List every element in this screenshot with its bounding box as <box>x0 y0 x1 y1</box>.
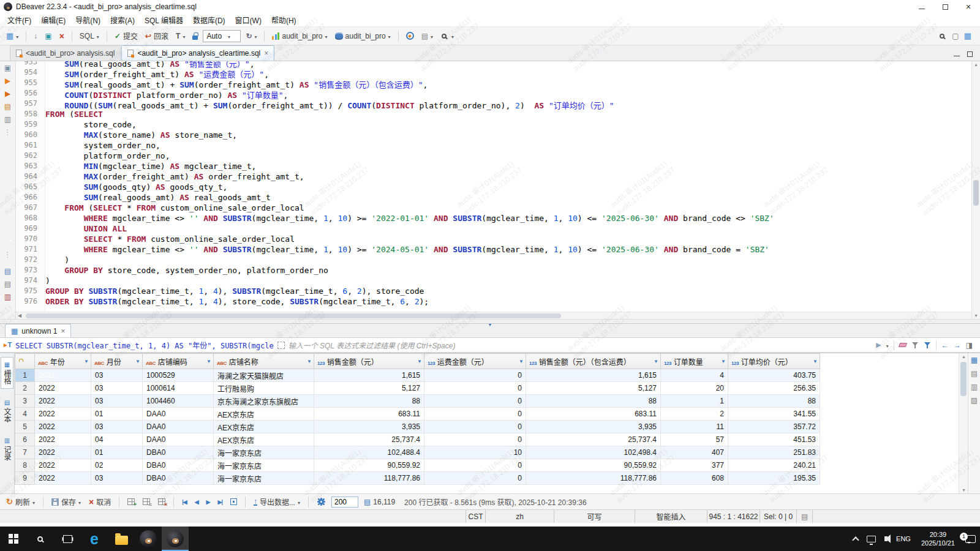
filter-dropdown-icon[interactable] <box>84 359 89 364</box>
result-view-tab-记录[interactable]: ▥记录 <box>1 433 13 465</box>
scroll-up-icon[interactable]: ▲ <box>974 62 978 67</box>
close-tab-icon[interactable] <box>61 327 65 335</box>
menu-item[interactable]: 搜索(A) <box>105 13 140 27</box>
grid-cell[interactable]: 451.53 <box>728 433 820 446</box>
grid-cell[interactable]: 90,559.92 <box>314 459 424 472</box>
table-row[interactable]: 9202203DBA0海一家京东店118,777.860118,777.8660… <box>15 472 820 485</box>
grid-cell[interactable]: DBA0 <box>143 472 214 485</box>
filter-dropdown-icon[interactable] <box>654 359 658 364</box>
grid-cell[interactable]: 341.55 <box>728 408 820 421</box>
scroll-down-icon[interactable]: ▼ <box>962 488 966 492</box>
status-segment[interactable]: CST <box>466 510 485 523</box>
row-number[interactable]: 5 <box>15 421 35 433</box>
result-view-tab-文本[interactable]: ▤文本 <box>1 395 13 427</box>
metadata-panel-icon[interactable]: ▨ <box>971 396 978 405</box>
tray-expand-button[interactable] <box>849 527 862 551</box>
grid-cell[interactable]: DBA0 <box>143 446 214 459</box>
statusbar-icon-segment[interactable] <box>796 510 812 523</box>
table-row[interactable]: 6202204DAA0AEX京东店25,737.4025,737.457451.… <box>15 433 820 446</box>
row-number[interactable]: 4 <box>15 408 35 421</box>
grid-cell[interactable]: 京东海澜之家京东旗舰店 <box>214 395 314 408</box>
status-segment[interactable]: Sel: 0 | 0 <box>760 510 796 523</box>
clear-filter-icon[interactable] <box>899 343 907 347</box>
save-log-icon[interactable]: ▤ <box>4 280 11 288</box>
status-segment[interactable]: 945 : 1 : 41622 <box>707 510 760 523</box>
grid-cell[interactable]: DAA0 <box>143 421 214 433</box>
clock[interactable]: 20:392025/10/21 <box>915 530 961 547</box>
filter-query-text[interactable]: SELECT SUBSTR(mgclear_time_t, 1, 4) AS "… <box>15 340 273 350</box>
new-object-button[interactable] <box>4 29 21 43</box>
next-row-button[interactable]: ▶ <box>204 495 213 509</box>
save-filter-icon[interactable] <box>924 342 931 349</box>
menu-item[interactable]: 导航(N) <box>70 13 105 27</box>
grid-settings-button[interactable] <box>314 495 328 509</box>
grid-cell[interactable]: 03 <box>91 395 143 408</box>
schema-selector[interactable]: audit_bi_pro <box>333 29 393 43</box>
grid-cell[interactable]: 0 <box>424 395 526 408</box>
sql-editor-button[interactable]: SQL <box>77 29 102 43</box>
grid-cell[interactable]: 407 <box>661 446 728 459</box>
delete-row-button[interactable]: × <box>156 495 168 509</box>
grid-cell[interactable]: 海一家京东店 <box>214 446 314 459</box>
grid-cell[interactable]: 3,935 <box>314 421 424 433</box>
grid-cell[interactable]: 88 <box>526 395 661 408</box>
grid-cell[interactable]: 2022 <box>35 459 91 472</box>
grid-cell[interactable]: 251.83 <box>728 446 820 459</box>
status-segment[interactable]: 智能插入 <box>635 510 707 523</box>
grid-cell[interactable]: 88 <box>314 395 424 408</box>
expand-filter-icon[interactable] <box>277 342 285 349</box>
grid-cell[interactable]: 海澜之家天猫旗舰店 <box>214 369 314 382</box>
search-button[interactable] <box>438 29 456 43</box>
menu-item[interactable]: 数据库(D) <box>188 13 230 27</box>
grid-cell[interactable]: 01 <box>91 408 143 421</box>
grid-cell[interactable]: 0 <box>424 433 526 446</box>
grid-cell[interactable]: 3,935 <box>526 421 661 433</box>
edge-button[interactable] <box>81 527 108 551</box>
grid-cell[interactable]: 57 <box>661 433 728 446</box>
column-header[interactable]: ABC年份 <box>35 354 91 369</box>
grid-cell[interactable]: 256.35 <box>728 382 820 395</box>
result-view-tab-栅格[interactable]: ▦栅格 <box>1 357 13 389</box>
column-header[interactable]: ABC月份 <box>91 354 143 369</box>
grid-cell[interactable]: 2022 <box>35 472 91 485</box>
grid-cell[interactable]: 357.72 <box>728 421 820 433</box>
language-indicator[interactable]: ENG <box>892 527 915 551</box>
custom-filter-icon[interactable] <box>911 342 919 349</box>
editor-code[interactable]: SUM(real_goods_amt_t) AS "销售金额（元）", SUM(… <box>45 61 971 319</box>
grid-cell[interactable]: 海一家京东店 <box>214 459 314 472</box>
grid-cell[interactable]: 90,559.92 <box>526 459 661 472</box>
error-log-icon[interactable]: ▥ <box>4 293 11 301</box>
grid-cell[interactable]: 0 <box>424 369 526 382</box>
editor-tab[interactable]: <audit_bi_pro> analysis.sql <box>10 45 121 61</box>
editor-hscrollbar[interactable]: ◀ <box>16 312 971 319</box>
grid-cell[interactable]: 03 <box>91 369 143 382</box>
grid-cell[interactable]: 240.21 <box>728 459 820 472</box>
auto-refresh-button[interactable] <box>243 29 259 43</box>
menu-item[interactable]: 文件(F) <box>2 13 36 27</box>
panel-icon[interactable]: ▣ <box>4 64 11 72</box>
result-grid[interactable]: ABC年份ABC月份ABC店铺编码ABC店铺名称123销售金额（元）123运费金… <box>15 353 959 493</box>
forward-icon[interactable] <box>954 341 961 350</box>
column-header[interactable]: 123销售金额（元） <box>314 354 424 369</box>
perspective-icon[interactable] <box>952 32 959 40</box>
table-row[interactable]: 22022031000614工行融易购5,12705,12720256.35 <box>15 382 820 395</box>
column-header[interactable]: ABC店铺名称 <box>214 354 314 369</box>
row-number[interactable]: 3 <box>15 395 35 408</box>
grid-cell[interactable]: 01 <box>91 446 143 459</box>
display-tray-button[interactable] <box>862 527 880 551</box>
column-header[interactable]: 123订单均价（元） <box>728 354 820 369</box>
explain-plan-icon[interactable]: ▤ <box>4 102 11 111</box>
settings-gear-icon[interactable] <box>6 238 10 246</box>
row-count-button[interactable]: 16,119 <box>361 495 398 509</box>
execute-statement-icon[interactable]: ▶ <box>5 77 10 85</box>
grid-cell[interactable]: 118,777.86 <box>526 472 661 485</box>
grid-cell[interactable]: 1,615 <box>526 369 661 382</box>
grid-cell[interactable]: 2022 <box>35 382 91 395</box>
grid-cell[interactable]: 5,127 <box>526 382 661 395</box>
back-icon[interactable] <box>941 341 949 350</box>
grid-cell[interactable]: 03 <box>91 421 143 433</box>
open-object-button[interactable] <box>419 29 435 43</box>
status-segment[interactable]: 可写 <box>554 510 635 523</box>
first-row-button[interactable]: |◀ <box>179 495 189 509</box>
aggregate-panel-icon[interactable]: ▥ <box>971 383 978 391</box>
